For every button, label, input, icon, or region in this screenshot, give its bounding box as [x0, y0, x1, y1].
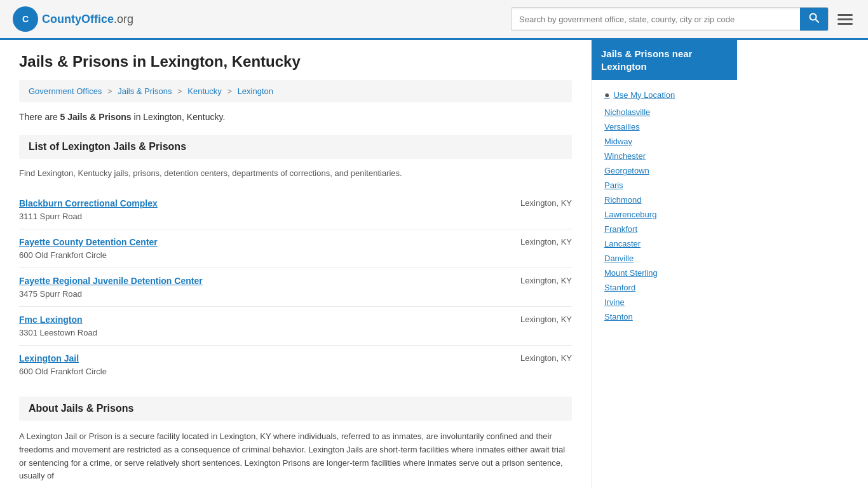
search-input[interactable]	[512, 10, 800, 29]
facility-info: Fayette Regional Juvenile Detention Cent…	[19, 276, 203, 299]
facility-location: Lexington, KY	[520, 315, 572, 324]
facility-location: Lexington, KY	[520, 237, 572, 247]
nearby-city-link[interactable]: Mount Sterling	[604, 268, 658, 278]
facility-list: Blackburn Correctional Complex 3111 Spur…	[19, 191, 572, 384]
content-area: Jails & Prisons in Lexington, Kentucky G…	[0, 40, 591, 488]
svg-line-3	[816, 20, 819, 23]
list-heading: List of Lexington Jails & Prisons	[19, 135, 572, 159]
site-header: C CountyOffice.org	[0, 0, 868, 40]
facility-location: Lexington, KY	[520, 276, 572, 285]
list-description: Find Lexington, Kentucky jails, prisons,…	[19, 168, 572, 178]
facility-name[interactable]: Blackburn Correctional Complex	[19, 198, 158, 208]
use-my-location-button[interactable]: ● Use My Location	[604, 90, 675, 100]
facility-info: Lexington Jail 600 Old Frankfort Circle	[19, 353, 107, 376]
search-bar	[511, 7, 829, 31]
nearby-city-link[interactable]: Frankfort	[604, 224, 637, 234]
breadcrumb-jails-prisons[interactable]: Jails & Prisons	[118, 86, 172, 96]
breadcrumb-sep-3: >	[227, 86, 232, 96]
facility-name[interactable]: Fayette County Detention Center	[19, 237, 158, 247]
about-section: About Jails & Prisons A Lexington Jail o…	[19, 396, 572, 483]
page-title: Jails & Prisons in Lexington, Kentucky	[19, 53, 572, 71]
nearby-city-link[interactable]: Versailles	[604, 122, 640, 132]
facility-address: 600 Old Frankfort Circle	[19, 250, 107, 260]
main-container: Jails & Prisons in Lexington, Kentucky G…	[0, 40, 868, 488]
facility-location: Lexington, KY	[520, 198, 572, 208]
nearby-city-link[interactable]: Stanford	[604, 283, 635, 292]
nearby-city-link[interactable]: Lancaster	[604, 239, 641, 248]
nearby-city-link[interactable]: Richmond	[604, 195, 642, 205]
logo-text: CountyOffice.org	[42, 13, 133, 26]
facility-item: Fayette County Detention Center 600 Old …	[19, 229, 572, 268]
use-my-location-label: Use My Location	[613, 90, 675, 100]
nearby-city-link[interactable]: Danville	[604, 254, 634, 263]
facility-address: 3475 Spurr Road	[19, 289, 82, 299]
facility-info: Fayette County Detention Center 600 Old …	[19, 237, 158, 260]
nearby-city-link[interactable]: Paris	[604, 180, 623, 190]
facility-address: 600 Old Frankfort Circle	[19, 367, 107, 376]
menu-line-3	[837, 23, 853, 25]
menu-line-1	[837, 14, 853, 16]
breadcrumb-government-offices[interactable]: Government Offices	[29, 86, 102, 96]
svg-text:C: C	[22, 14, 29, 24]
nearby-city-link[interactable]: Irvine	[604, 297, 625, 307]
header-right	[511, 7, 855, 31]
logo-icon: C	[13, 6, 38, 32]
sidebar: Jails & Prisons near Lexington ● Use My …	[591, 40, 737, 488]
menu-button[interactable]	[835, 11, 855, 27]
nearby-city-link[interactable]: Georgetown	[604, 166, 649, 175]
facility-location: Lexington, KY	[520, 353, 572, 363]
facility-info: Blackburn Correctional Complex 3111 Spur…	[19, 198, 158, 221]
facility-address: 3301 Leestown Road	[19, 328, 97, 337]
menu-line-2	[837, 18, 853, 20]
breadcrumb: Government Offices > Jails & Prisons > K…	[19, 80, 572, 102]
facility-item: Fmc Lexington 3301 Leestown Road Lexingt…	[19, 307, 572, 346]
breadcrumb-kentucky[interactable]: Kentucky	[187, 86, 221, 96]
nearby-city-link[interactable]: Nicholasville	[604, 107, 650, 117]
nearby-city-link[interactable]: Stanton	[604, 312, 633, 322]
breadcrumb-sep-1: >	[107, 86, 112, 96]
nearby-cities-list: NicholasvilleVersaillesMidwayWinchesterG…	[604, 107, 724, 322]
facility-address: 3111 Spurr Road	[19, 212, 82, 221]
facility-name[interactable]: Fmc Lexington	[19, 315, 97, 325]
facility-item: Fayette Regional Juvenile Detention Cent…	[19, 268, 572, 307]
count-text: There are 5 Jails & Prisons in Lexington…	[19, 112, 572, 122]
facility-item: Lexington Jail 600 Old Frankfort Circle …	[19, 346, 572, 384]
about-heading: About Jails & Prisons	[19, 396, 572, 421]
breadcrumb-sep-2: >	[177, 86, 182, 96]
facility-name[interactable]: Fayette Regional Juvenile Detention Cent…	[19, 276, 203, 286]
search-button[interactable]	[800, 8, 828, 30]
breadcrumb-lexington[interactable]: Lexington	[238, 86, 273, 96]
nearby-city-link[interactable]: Winchester	[604, 151, 646, 161]
sidebar-title: Jails & Prisons near Lexington	[592, 40, 737, 80]
pin-icon: ●	[604, 90, 609, 100]
facility-info: Fmc Lexington 3301 Leestown Road	[19, 315, 97, 337]
facility-item: Blackburn Correctional Complex 3111 Spur…	[19, 191, 572, 229]
logo-area: C CountyOffice.org	[13, 6, 133, 32]
nearby-city-link[interactable]: Lawrenceburg	[604, 210, 656, 219]
facility-name[interactable]: Lexington Jail	[19, 353, 107, 363]
about-text: A Lexington Jail or Prison is a secure f…	[19, 430, 572, 483]
nearby-city-link[interactable]: Midway	[604, 137, 632, 146]
